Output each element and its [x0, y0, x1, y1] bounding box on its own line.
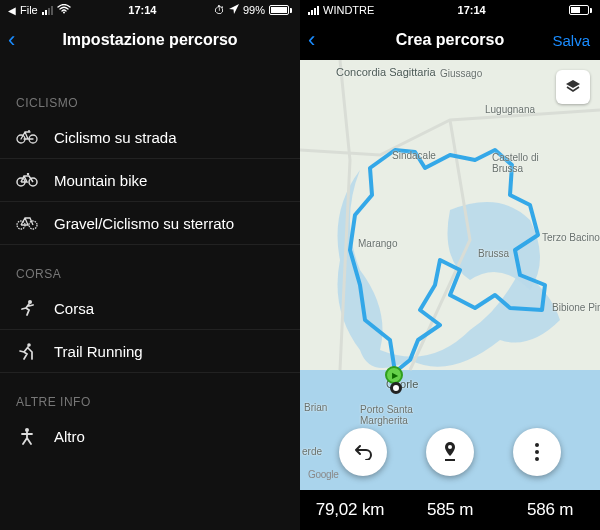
map-label: Lugugnana [485, 104, 535, 115]
back-app-caret[interactable]: ◀ [8, 5, 16, 16]
carrier-label: WINDTRE [323, 4, 374, 16]
svg-point-6 [27, 173, 29, 175]
signal-icon [42, 6, 53, 15]
row-other[interactable]: Altro [0, 415, 300, 457]
alarm-icon: ⏱ [214, 4, 225, 16]
svg-point-14 [535, 443, 539, 447]
layers-icon [564, 78, 582, 96]
pin-icon [442, 441, 458, 463]
section-header: CORSA [0, 245, 300, 287]
more-vertical-icon [534, 442, 540, 462]
save-button[interactable]: Salva [552, 32, 590, 49]
create-route-pane: WINDTRE 17:14 ‹ Crea percorso Salva Conc… [300, 0, 600, 530]
map-label: Terzo Bacino [542, 232, 600, 243]
map-label: Brian [304, 402, 327, 413]
add-pin-button[interactable] [426, 428, 474, 476]
row-label: Corsa [54, 300, 94, 317]
svg-point-16 [535, 457, 539, 461]
map-label: Sindacale [392, 150, 436, 161]
status-time: 17:14 [458, 4, 486, 16]
map-label: Castello di Brussa [492, 152, 552, 174]
map-canvas [300, 60, 600, 490]
bike-mtb-icon [16, 169, 38, 191]
battery-pct: 99% [243, 4, 265, 16]
page-title: Impostazione percorso [62, 31, 237, 49]
back-button[interactable]: ‹ [308, 29, 315, 51]
settings-list: CICLISMO Ciclismo su strada Mountain bik… [0, 60, 300, 457]
signal-icon [308, 6, 319, 15]
stat-descent: 586 m [500, 500, 600, 520]
route-end-pin[interactable] [390, 382, 402, 394]
battery-icon [569, 5, 592, 15]
skier-icon [16, 340, 38, 362]
more-button[interactable] [513, 428, 561, 476]
svg-point-0 [63, 12, 65, 14]
nav-bar: ‹ Impostazione percorso [0, 20, 300, 60]
row-label: Trail Running [54, 343, 143, 360]
runner-icon [16, 297, 38, 319]
row-label: Gravel/Ciclismo su sterrato [54, 215, 234, 232]
row-label: Mountain bike [54, 172, 147, 189]
row-run[interactable]: Corsa [0, 287, 300, 330]
map-label: Bibione Pine [552, 302, 600, 313]
section-header: CICLISMO [0, 60, 300, 116]
row-mtb[interactable]: Mountain bike [0, 159, 300, 202]
map-toolbar [300, 428, 600, 476]
map-label: Giussago [440, 68, 482, 79]
page-title: Crea percorso [396, 31, 505, 49]
map-label: Brussa [478, 248, 509, 259]
row-label: Altro [54, 428, 85, 445]
location-icon [229, 4, 239, 16]
stat-distance: 79,02 km [300, 500, 400, 520]
row-gravel[interactable]: Gravel/Ciclismo su sterrato [0, 202, 300, 245]
bike-road-icon [16, 126, 38, 148]
battery-icon [269, 5, 292, 15]
map[interactable]: Concordia Sagittaria Giussago Lugugnana … [300, 60, 600, 490]
map-label: Porto Santa Margherita [360, 404, 430, 426]
nav-bar: ‹ Crea percorso Salva [300, 20, 600, 60]
map-label: Marango [358, 238, 397, 249]
status-bar: WINDTRE 17:14 [300, 0, 600, 20]
map-layers-button[interactable] [556, 70, 590, 104]
svg-point-15 [535, 450, 539, 454]
route-stats: 79,02 km 585 m 586 m [300, 490, 600, 530]
stat-ascent: 585 m [400, 500, 500, 520]
undo-icon [352, 444, 374, 460]
status-bar: ◀ File 17:14 ⏱ 99% [0, 0, 300, 20]
svg-point-3 [28, 130, 30, 132]
section-header: ALTRE INFO [0, 373, 300, 415]
bike-gravel-icon [16, 212, 38, 234]
carrier-label: File [20, 4, 38, 16]
wifi-icon [57, 4, 71, 16]
row-label: Ciclismo su strada [54, 129, 177, 146]
person-icon [16, 425, 38, 447]
row-trail[interactable]: Trail Running [0, 330, 300, 373]
svg-point-12 [448, 445, 452, 449]
back-button[interactable]: ‹ [8, 29, 15, 51]
status-time: 17:14 [128, 4, 156, 16]
row-road-cycling[interactable]: Ciclismo su strada [0, 116, 300, 159]
undo-button[interactable] [339, 428, 387, 476]
settings-pane: ◀ File 17:14 ⏱ 99% ‹ Impostazione percor… [0, 0, 300, 530]
map-label: Concordia Sagittaria [336, 66, 436, 78]
